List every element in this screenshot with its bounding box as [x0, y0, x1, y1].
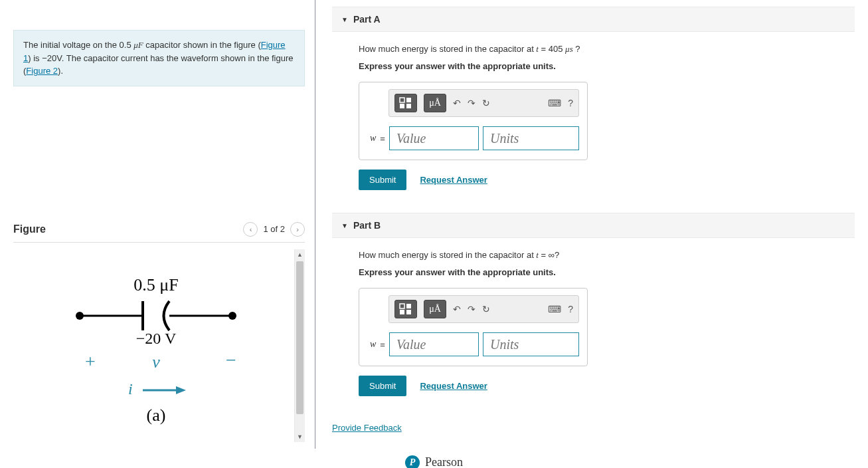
template-button[interactable]	[394, 94, 417, 112]
request-answer-link[interactable]: Request Answer	[420, 381, 487, 391]
units-button[interactable]: μÅ	[424, 94, 446, 112]
plus-terminal: +	[85, 351, 96, 372]
units-input[interactable]	[483, 332, 579, 356]
undo-button[interactable]: ↶	[453, 304, 461, 314]
answer-toolbar: μÅ ↶ ↷ ↻ ⌨ ?	[389, 89, 579, 117]
prev-figure-button[interactable]: ‹	[243, 222, 258, 237]
request-answer-link[interactable]: Request Answer	[420, 175, 487, 185]
units-input[interactable]	[483, 126, 579, 150]
question-text: How much energy is stored in the capacit…	[359, 250, 536, 260]
part-b-question: How much energy is stored in the capacit…	[359, 250, 855, 261]
figure-scrollbar[interactable]: ▲ ▼	[294, 249, 305, 442]
scroll-up-button[interactable]: ▲	[295, 249, 305, 260]
answer-toolbar: μÅ ↶ ↷ ↻ ⌨ ?	[389, 295, 579, 323]
question-text: = ∞	[539, 250, 555, 260]
pearson-logo: P Pearson	[405, 455, 463, 469]
footer: P Pearson	[0, 449, 868, 469]
undo-button[interactable]: ↶	[453, 98, 461, 108]
problem-text: ).	[58, 66, 63, 76]
reset-button[interactable]: ↻	[482, 98, 490, 108]
scroll-thumb[interactable]	[296, 261, 304, 414]
keyboard-button[interactable]: ⌨	[548, 304, 561, 314]
voltage-label: −20 V	[136, 330, 177, 347]
problem-text: capacitor shown in the figure (	[143, 40, 261, 50]
capacitance-label: 0.5 μF	[133, 275, 178, 294]
reset-button[interactable]: ↻	[482, 304, 490, 314]
question-text: How much energy is stored in the capacit…	[359, 44, 536, 54]
instruction: Express your answer with the appropriate…	[359, 61, 855, 71]
next-figure-button[interactable]: ›	[290, 222, 305, 237]
figure-title: Figure	[13, 223, 46, 235]
template-button[interactable]	[394, 300, 417, 318]
variable-label: w	[370, 133, 376, 144]
svg-rect-11	[400, 304, 404, 308]
submit-button[interactable]: Submit	[359, 376, 406, 396]
initial-voltage: −20V	[42, 53, 62, 63]
current-variable: i	[128, 380, 133, 398]
keyboard-button[interactable]: ⌨	[548, 98, 561, 108]
svg-rect-10	[406, 104, 411, 108]
redo-button[interactable]: ↷	[468, 98, 476, 108]
instruction: Express your answer with the appropriate…	[359, 267, 855, 277]
svg-rect-7	[400, 98, 404, 102]
equals-sign: =	[380, 340, 385, 350]
problem-text: . The capacitor current has the waveform…	[23, 53, 294, 76]
svg-point-2	[76, 312, 84, 320]
svg-rect-8	[406, 98, 411, 102]
question-text: = 405	[539, 44, 565, 54]
answer-box: μÅ ↶ ↷ ↻ ⌨ ? w =	[359, 288, 588, 366]
value-input[interactable]	[389, 332, 479, 356]
variable-label: w	[370, 339, 376, 350]
equals-sign: =	[380, 134, 385, 144]
part-title: Part A	[353, 14, 381, 25]
svg-marker-6	[176, 386, 186, 394]
pearson-brand: Pearson	[425, 455, 463, 468]
svg-rect-14	[406, 310, 411, 314]
figure-content: 0.5 μF −20 V + − v i (a) ▲ ▼	[13, 249, 305, 442]
minus-terminal: −	[226, 350, 236, 370]
pearson-p-icon: P	[405, 455, 420, 469]
submit-button[interactable]: Submit	[359, 170, 406, 190]
collapse-icon: ▼	[341, 222, 348, 229]
answer-box: μÅ ↶ ↷ ↻ ⌨ ? w =	[359, 82, 588, 160]
part-title: Part B	[353, 220, 381, 231]
circuit-diagram: 0.5 μF −20 V + − v i (a)	[53, 263, 266, 435]
problem-statement: The initial voltage on the 0.5 μF capaci…	[13, 30, 305, 86]
problem-text: ) is	[28, 53, 42, 63]
redo-button[interactable]: ↷	[468, 304, 476, 314]
value-input[interactable]	[389, 126, 479, 150]
question-text: ?	[573, 44, 580, 54]
part-b-header[interactable]: ▼ Part B	[332, 213, 855, 238]
collapse-icon: ▼	[341, 16, 348, 23]
help-button[interactable]: ?	[568, 304, 573, 314]
svg-point-3	[228, 312, 236, 320]
unit: μs	[565, 44, 573, 54]
part-a-question: How much energy is stored in the capacit…	[359, 44, 855, 55]
figure-pager: ‹ 1 of 2 ›	[243, 222, 305, 237]
question-text: ?	[555, 250, 559, 260]
problem-text: The initial voltage on the 0.5	[23, 40, 133, 50]
svg-rect-9	[400, 104, 404, 108]
figure-2-link[interactable]: Figure 2	[26, 66, 58, 76]
scroll-down-button[interactable]: ▼	[295, 431, 305, 442]
voltage-variable: v	[152, 352, 160, 372]
provide-feedback-link[interactable]: Provide Feedback	[332, 423, 402, 433]
part-a-header[interactable]: ▼ Part A	[332, 7, 855, 32]
svg-rect-12	[406, 304, 411, 308]
subfigure-label: (a)	[147, 406, 166, 425]
pager-label: 1 of 2	[263, 224, 285, 234]
microfarad-symbol: μF	[133, 40, 143, 50]
help-button[interactable]: ?	[568, 98, 573, 108]
svg-rect-13	[400, 310, 404, 314]
units-button[interactable]: μÅ	[424, 300, 446, 318]
